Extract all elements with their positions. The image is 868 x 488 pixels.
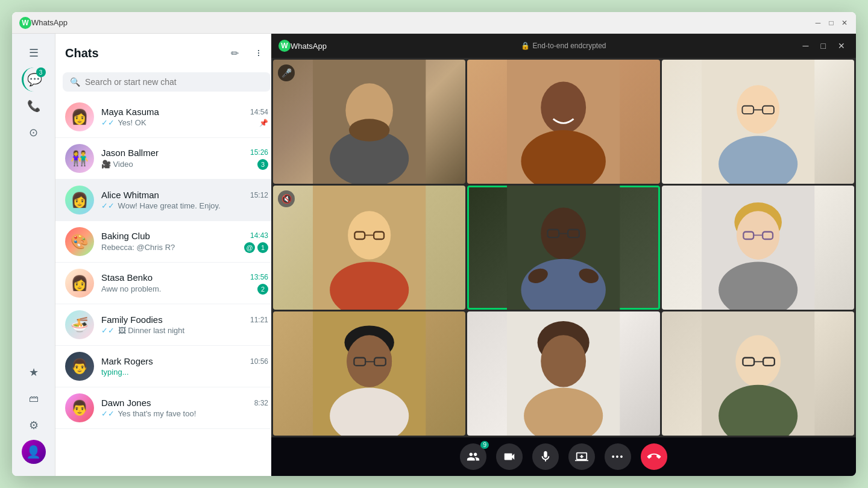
video-call-logo: W <box>278 40 291 52</box>
chat-item-family[interactable]: 🍜 Family Foodies 11:21 ✓✓ 🖼 Dinner last … <box>55 304 278 346</box>
call-controls: 9 ••• <box>271 437 856 476</box>
e2e-label: 🔒 End-to-end endcrypted <box>521 42 606 50</box>
avatar-alice: 👩 <box>65 186 94 214</box>
video-cell-8 <box>467 311 659 436</box>
participants-button[interactable]: 9 <box>460 443 486 470</box>
chat-info-maya: Maya Kasuma 14:54 ✓✓ Yes! OK 📌 <box>101 107 268 127</box>
chat-items: 👩 Maya Kasuma 14:54 ✓✓ Yes! OK 📌 <box>55 96 278 476</box>
chat-name-alice: Alice Whitman <box>101 190 159 200</box>
badges-stasa: 2 <box>257 284 268 295</box>
camera-button[interactable] <box>496 443 523 470</box>
chat-preview-family: ✓✓ 🖼 Dinner last night <box>101 326 268 335</box>
chat-list-header: Chats ✏ ⫶ <box>55 34 278 67</box>
chat-info-dawn: Dawn Jones 8:32 ✓✓ Yes that's my fave to… <box>101 398 268 418</box>
chat-time-jason: 15:26 <box>250 148 268 157</box>
avatar-dawn: 👨 <box>65 393 94 422</box>
window-controls: ─ □ ✕ <box>814 19 849 27</box>
filter-button[interactable]: ⫶ <box>249 43 268 63</box>
unread-badge-jason: 3 <box>257 159 268 170</box>
whatsapp-logo: W <box>19 17 31 29</box>
chat-time-family: 11:21 <box>250 316 268 324</box>
sidebar-item-calls[interactable]: 📞 <box>22 94 46 118</box>
video-cell-1: 🎤 <box>273 60 465 184</box>
chat-info-stasa: Stasa Benko 13:56 Aww no problem. 2 <box>101 272 268 295</box>
chat-info-jason: Jason Ballmer 15:26 🎥 Video 3 <box>101 148 268 170</box>
chats-title: Chats <box>65 46 99 60</box>
chat-item-stasa[interactable]: 👩 Stasa Benko 13:56 Aww no problem. 2 <box>55 263 278 304</box>
sidebar-item-settings[interactable]: ⚙ <box>22 413 46 437</box>
title-bar-title: WhatsApp <box>31 18 814 27</box>
chat-preview-maya: ✓✓ Yes! OK <box>101 118 259 127</box>
sidebar-item-status[interactable]: ⊙ <box>22 120 46 145</box>
chats-badge: 3 <box>36 67 46 77</box>
video-cell-4: 🔇 <box>273 186 465 310</box>
badges-baking: @ 1 <box>244 242 268 253</box>
app-window: W WhatsApp ─ □ ✕ ☰ 💬 3 📞 ⊙ ★ 🗃 ⚙ <box>12 12 856 476</box>
video-call-titlebar: W WhatsApp 🔒 End-to-end endcrypted ─ □ ✕ <box>271 34 856 58</box>
avatar-family: 🍜 <box>65 310 94 339</box>
vc-close-button[interactable]: ✕ <box>834 40 849 52</box>
chat-item-baking[interactable]: 🎨 Baking Club 14:43 Rebecca: @Chris R? @… <box>55 221 278 263</box>
chat-preview-dawn: ✓✓ Yes that's my fave too! <box>101 409 268 418</box>
video-cell-7 <box>273 311 465 436</box>
search-input[interactable] <box>85 77 263 87</box>
chat-preview-jason: 🎥 Video <box>101 160 257 169</box>
screenshare-button[interactable] <box>568 443 595 470</box>
chat-info-mark: Mark Rogers 10:56 typing... <box>101 356 268 377</box>
header-icons: ✏ ⫶ <box>225 43 268 63</box>
svg-point-6 <box>541 82 587 134</box>
minimize-button[interactable]: ─ <box>814 19 822 27</box>
svg-point-4 <box>349 119 389 141</box>
maximize-button[interactable]: □ <box>827 19 835 27</box>
video-cell-2 <box>467 60 659 184</box>
chat-info-baking: Baking Club 14:43 Rebecca: @Chris R? @ 1 <box>101 231 268 253</box>
chat-name-jason: Jason Ballmer <box>101 148 159 158</box>
video-cell-6 <box>662 186 854 310</box>
chat-time-maya: 14:54 <box>250 108 268 116</box>
unread-badge-stasa: 2 <box>257 284 268 295</box>
sidebar-icons: ☰ 💬 3 📞 ⊙ ★ 🗃 ⚙ 👤 <box>12 34 55 476</box>
search-bar: 🔍 <box>63 72 271 92</box>
lock-icon: 🔒 <box>521 42 530 50</box>
chat-preview-alice: ✓✓ Wow! Have great time. Enjoy. <box>101 201 268 210</box>
chat-name-dawn: Dawn Jones <box>101 398 151 408</box>
chat-item-mark[interactable]: 👨 Mark Rogers 10:56 typing... <box>55 346 278 387</box>
chat-item-jason[interactable]: 👫 Jason Ballmer 15:26 🎥 Video 3 <box>55 138 278 180</box>
video-cell-5 <box>467 186 659 310</box>
chat-info-family: Family Foodies 11:21 ✓✓ 🖼 Dinner last ni… <box>101 314 268 335</box>
new-chat-button[interactable]: ✏ <box>225 43 244 63</box>
chat-time-dawn: 8:32 <box>254 399 268 407</box>
chat-time-baking: 14:43 <box>250 231 268 240</box>
avatar-baking: 🎨 <box>65 227 94 256</box>
chat-preview-mark: typing... <box>101 368 268 377</box>
sidebar-bottom: ★ 🗃 ⚙ 👤 <box>22 360 46 464</box>
chat-list-panel: Chats ✏ ⫶ 🔍 👩 Maya Kasuma 14:54 <box>55 34 278 476</box>
sidebar-top: ☰ 💬 3 📞 ⊙ <box>22 41 46 360</box>
chat-name-baking: Baking Club <box>101 231 150 241</box>
search-icon: 🔍 <box>70 77 80 87</box>
chat-name-family: Family Foodies <box>101 314 163 325</box>
more-options-button[interactable]: ••• <box>605 443 631 470</box>
svg-point-9 <box>737 85 779 134</box>
mic-button[interactable] <box>532 443 559 470</box>
vc-minimize-button[interactable]: ─ <box>799 40 813 52</box>
close-button[interactable]: ✕ <box>840 19 849 27</box>
chat-name-maya: Maya Kasuma <box>101 107 159 117</box>
video-call-window: W WhatsApp 🔒 End-to-end endcrypted ─ □ ✕… <box>271 34 856 476</box>
chat-preview-stasa: Aww no problem. <box>101 284 257 293</box>
sidebar-item-chats[interactable]: 💬 3 <box>22 67 46 92</box>
pin-icon-maya: 📌 <box>259 119 268 127</box>
chat-item-dawn[interactable]: 👨 Dawn Jones 8:32 ✓✓ Yes that's my fave … <box>55 387 278 429</box>
main-content: ☰ 💬 3 📞 ⊙ ★ 🗃 ⚙ 👤 Chats ✏ ⫶ <box>12 34 856 476</box>
sidebar-item-menu[interactable]: ☰ <box>22 41 46 65</box>
chat-time-mark: 10:56 <box>250 357 268 366</box>
vc-maximize-button[interactable]: □ <box>817 40 829 52</box>
sidebar-item-archived[interactable]: 🗃 <box>22 387 46 411</box>
user-avatar[interactable]: 👤 <box>22 440 46 464</box>
sidebar-item-starred[interactable]: ★ <box>22 360 46 384</box>
chat-preview-baking: Rebecca: @Chris R? <box>101 243 244 252</box>
chat-item-maya[interactable]: 👩 Maya Kasuma 14:54 ✓✓ Yes! OK 📌 <box>55 96 278 138</box>
chat-item-alice[interactable]: 👩 Alice Whitman 15:12 ✓✓ Wow! Have great… <box>55 180 278 221</box>
end-call-button[interactable] <box>641 443 667 470</box>
video-cell-9 <box>662 311 854 436</box>
